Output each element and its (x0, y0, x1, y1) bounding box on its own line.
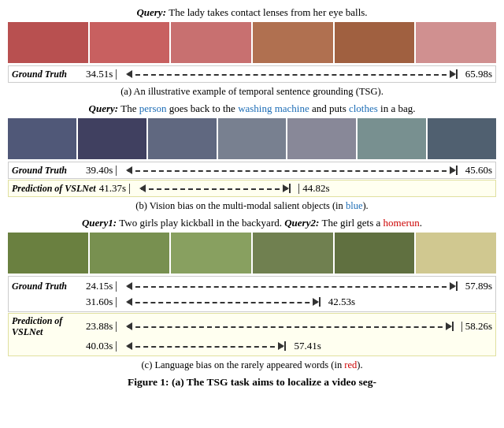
pred-label-b: Prediction of VSLNet (12, 183, 96, 195)
frame-b-1 (8, 118, 76, 159)
arrow-left-b-pred (139, 184, 146, 192)
caption-b-text: (b) Vision bias on the multi-modal salie… (135, 200, 369, 211)
arrow-b-pred (133, 182, 296, 195)
gt-label-b: Ground Truth (12, 165, 83, 177)
frame-b-5 (287, 118, 356, 159)
frame-c-5 (335, 233, 415, 274)
images-b (8, 118, 496, 159)
gt-c-start1: 24.15s (86, 280, 113, 292)
main-container: Query: The lady takes contact lenses fro… (0, 0, 504, 395)
bar-right-b (456, 166, 458, 175)
timeline-b-gt: Ground Truth 39.40s | 45.60s (8, 162, 496, 179)
caption-c: (c) Language bias on the rarely appeared… (8, 359, 496, 371)
caption-c-red: red (344, 359, 357, 370)
frame-a-2 (90, 22, 170, 63)
pred-start-b: 41.37s (99, 182, 126, 195)
images-a (8, 22, 496, 63)
frame-b-4 (218, 118, 287, 159)
frame-a-6 (416, 22, 496, 63)
caption-a-text: (a) An illustrative example of temporal … (120, 86, 384, 97)
gt-c-end1: 57.89s (465, 280, 492, 292)
frame-a-5 (335, 22, 415, 63)
query-b-text: The person goes back to the washing mach… (120, 102, 415, 114)
caption-a: (a) An illustrative example of temporal … (8, 86, 496, 98)
arrow-c-pred2 (120, 340, 291, 352)
gt-label-c: Ground Truth (12, 281, 83, 292)
section-c: Query1: Two girls play kickball in the b… (8, 217, 496, 371)
caption-b-blue: blue (346, 200, 363, 211)
figure-caption: Figure 1: (a) The TSG task aims to local… (8, 376, 496, 389)
frame-b-6 (358, 118, 426, 159)
section-b: Query: The person goes back to the washi… (8, 102, 496, 212)
arrow-left-c-pred1 (126, 322, 132, 330)
timeline-a-gt: Ground Truth 34.51s | 65.98s (8, 65, 496, 83)
arrow-left-c-pred2 (126, 342, 132, 350)
timeline-b-pred: Prediction of VSLNet 41.37s | | 44.82s (8, 180, 496, 197)
query-c2-highlight: homerun (384, 217, 420, 229)
timeline-c-gt: Ground Truth 24.15s | 57.89s 31.60s | 42… (8, 276, 496, 312)
arrow-left-c-gt2 (126, 298, 132, 306)
arrow-a (120, 68, 462, 80)
timeline-c-pred-row2: 40.03s | 57.41s (12, 338, 492, 354)
query-b: Query: The person goes back to the washi… (8, 102, 496, 115)
query-b-washer: washing machine (238, 102, 309, 114)
arrow-left-a (126, 70, 132, 78)
caption-c-text: (c) Language bias on the rarely appeared… (141, 359, 362, 370)
caption-b: (b) Vision bias on the multi-modal salie… (8, 200, 496, 212)
frame-c-1 (8, 233, 88, 274)
query-c1-text: Two girls play kickball in the backyard. (119, 217, 282, 229)
arrow-b (120, 164, 462, 177)
frame-a-3 (171, 22, 251, 63)
images-c (8, 233, 496, 274)
pred-end-b: 44.82s (302, 182, 329, 195)
frame-c-2 (90, 233, 170, 274)
frame-a-4 (253, 22, 333, 63)
bar-right-a (456, 69, 458, 79)
bar-right-b-pred (289, 184, 291, 193)
pred-c-end1: 58.26s (465, 320, 492, 333)
gt-start-a: 34.51s (86, 68, 113, 80)
arrow-c-pred1 (120, 320, 458, 333)
query-b-person: person (139, 102, 167, 114)
frame-b-3 (148, 118, 217, 159)
query-c2-label: Query2 (284, 217, 316, 229)
gt-start-b: 39.40s (86, 164, 113, 177)
query-c1-label: Query1 (82, 217, 113, 229)
arrow-left-b (126, 166, 132, 174)
pred-c-start2: 40.03s (86, 340, 113, 352)
query-a-label: Query (136, 6, 162, 18)
pred-c-start1: 23.88s (86, 320, 113, 333)
section-a: Query: The lady takes contact lenses fro… (8, 6, 496, 98)
gt-c-start2: 31.60s (86, 296, 113, 308)
gt-c-end2: 42.53s (328, 296, 355, 308)
frame-c-6 (416, 233, 496, 274)
frame-c-4 (253, 233, 333, 274)
timeline-c-gt-row1: Ground Truth 24.15s | 57.89s (12, 278, 492, 294)
pred-c-end2: 57.41s (294, 340, 321, 352)
frame-b-7 (428, 118, 496, 159)
query-a-text: The lady takes contact lenses from her e… (169, 6, 367, 18)
query-c: Query1: Two girls play kickball in the b… (8, 217, 496, 229)
arrow-c-gt2 (120, 296, 325, 308)
query-b-label: Query (89, 102, 115, 114)
timeline-c-pred: Prediction ofVSLNet 23.88s | | 58.26s 40… (8, 313, 496, 356)
query-a: Query: The lady takes contact lenses fro… (8, 6, 496, 19)
frame-c-3 (171, 233, 251, 274)
bar-right-c-pred2 (284, 341, 286, 351)
arrow-left-c-gt1 (126, 282, 132, 290)
arrow-c-gt1 (120, 280, 462, 292)
bar-right-c-gt1 (456, 281, 458, 291)
gt-end-b: 45.60s (465, 164, 492, 177)
timeline-c-pred-row1: Prediction ofVSLNet 23.88s | | 58.26s (12, 315, 492, 338)
timeline-c-gt-row2: 31.60s | 42.53s (12, 294, 492, 310)
query-b-clothes: clothes (349, 102, 378, 114)
bar-right-c-gt2 (319, 297, 321, 307)
query-c2-text: The girl gets a homerun. (322, 217, 422, 229)
gt-label-a: Ground Truth (12, 69, 83, 80)
frame-b-2 (78, 118, 146, 159)
figure-caption-text: Figure 1: (a) The TSG task aims to local… (128, 376, 376, 388)
pred-label-c: Prediction ofVSLNet (12, 315, 83, 338)
bar-right-c-pred1 (452, 322, 454, 331)
gt-end-a: 65.98s (465, 68, 492, 80)
frame-a-1 (8, 22, 88, 63)
